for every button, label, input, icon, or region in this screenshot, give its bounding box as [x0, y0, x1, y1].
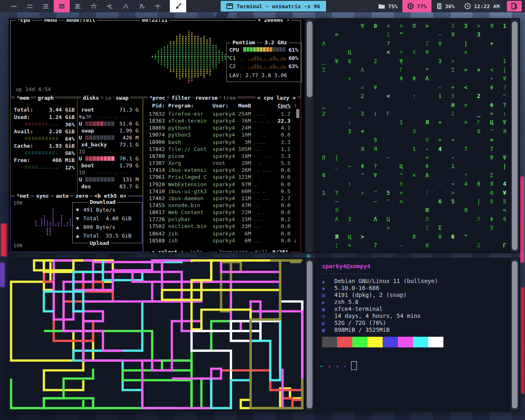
logout-button[interactable]	[507, 1, 522, 11]
process-row[interactable]: 17455nxnode.binsparky447M⠄⠤⠀⠀⠀⠀0.0	[144, 202, 301, 209]
process-row[interactable]: 18780picomsparky418M⠄⠄⠀⠄⠄⠤3.3	[144, 153, 301, 160]
workspace-item-四[interactable]	[54, 0, 70, 12]
process-row[interactable]: 17961Privileged Csparky4121M⠀⠀⠄⠀⠄⠀0.0	[144, 174, 301, 180]
process-row[interactable]: 18642zshsparky46M⠀⠄⠀⠀⠀⠀0.0	[144, 231, 301, 237]
process-pid: 17410	[147, 188, 165, 194]
net-upload-label[interactable]: Upload	[88, 240, 111, 246]
unimatrix-terminal-window[interactable]: Λ_Ξ_2Π61=¥|_7~ЯΛЯ¦Ц6×_:3~:3Ц+ΨΛ=23+ЯΦ"×>…	[315, 18, 520, 253]
terminal-cursor[interactable]	[351, 361, 357, 370]
disks-io-tab[interactable]: io	[103, 95, 113, 101]
workspace-item-二[interactable]	[22, 0, 38, 12]
disk-used-label: U	[79, 121, 82, 127]
bar-segment	[104, 156, 107, 161]
cpu-menu-button[interactable]: Menu	[43, 19, 59, 23]
proc-header-program[interactable]: Program:	[168, 103, 194, 109]
bpytop-scrollbar-thumb[interactable]	[307, 21, 313, 97]
process-row[interactable]: 17502nxclient.binsparky433M⠤⠤⠀⠀⠀⠀0.0	[144, 223, 301, 230]
cpu-mode-toggle[interactable]: mode:full	[65, 19, 97, 23]
process-row[interactable]: 18363xfce4-terminsparky476M⠤⠀⠄⠄⠤⠀22.3	[144, 118, 301, 124]
disk-name: root	[81, 107, 94, 113]
proc-reverse-tab[interactable]: reverse	[194, 95, 219, 101]
process-row[interactable]: 17414ibus-extensisparky426M⠀⠤⠀⠤⠤⠤0.6	[144, 167, 301, 173]
net-zero-tab[interactable]: zero	[74, 193, 90, 199]
mem-graph-tab[interactable]: graph	[36, 95, 55, 101]
proc-header-cpu[interactable]: Cpu%	[272, 103, 290, 109]
disk-used-label: U	[79, 176, 82, 183]
neofetch-scrollbar-thumb[interactable]	[512, 261, 518, 409]
workspace-item-一[interactable]	[6, 0, 22, 12]
process-row[interactable]: 17307Xorgroot29M⠄⠀⠤⠀⠀⠀5.5	[144, 160, 301, 167]
bar-segment	[107, 156, 111, 161]
bar-segment	[96, 121, 100, 126]
process-program: Privileged C	[168, 174, 207, 180]
workspace-item-五[interactable]	[70, 0, 86, 12]
tray-clock[interactable]: 12:22 AM	[459, 0, 504, 12]
workspace-item-三[interactable]	[38, 0, 54, 12]
process-row[interactable]: 19074python3sparky410M⠄⠀⠄⠤⠀⠀0.0	[144, 132, 301, 138]
matrix-glyph: ¥	[374, 84, 377, 91]
process-row[interactable]: 18588zshsparky46M⠄⠤⠄⠀⠄⠀0.0↓	[144, 237, 301, 244]
workspace-item-十[interactable]	[150, 0, 166, 12]
unimatrix-scrollbar[interactable]	[511, 19, 519, 252]
net-interface-selector[interactable]: <b eth5 n>	[93, 193, 128, 199]
process-row[interactable]: 17920WebExtensionsparky497M⠤⠄⠀⠀⠀⠀0.0	[144, 181, 301, 188]
net-sync-tab[interactable]: sync	[34, 193, 50, 199]
proc-header-pid[interactable]: Pid:	[147, 103, 165, 109]
process-row[interactable]: 17842file:// Contsparky4105M⠤⠤⠄⠀⠀⠀1.1	[144, 146, 301, 153]
proc-header-user[interactable]: User:	[212, 103, 228, 109]
wallpaper-neon-purple	[0, 262, 5, 287]
tray-memory[interactable]: 36%	[431, 0, 459, 12]
bpytop-scrollbar[interactable]	[306, 19, 314, 252]
taskbar-window-button[interactable]: Terminal - unimatrix -s 96	[221, 1, 326, 11]
net-auto-tab[interactable]: auto	[54, 193, 70, 199]
disks-title[interactable]: disks	[81, 95, 100, 101]
process-row[interactable]: 18869python3sparky424M⠄⠀⠀⠀⠀⠀4.1	[144, 125, 301, 131]
process-row[interactable]: 18900bashsparky43M⠄⠤⠤⠤⠀⠀3.3	[144, 139, 301, 146]
tray-disk[interactable]: 75%	[373, 0, 402, 12]
proc-select-control[interactable]: ↑ select ↓	[150, 249, 185, 252]
cpu-model-label[interactable]: Pentium	[231, 40, 257, 46]
pipes-scrollbar-thumb[interactable]	[307, 261, 313, 409]
process-row[interactable]: 17726polybarsparky415M⠄⠄⠤⠀⠀⠄0.2	[144, 216, 301, 223]
process-row[interactable]: 17632firefox-esrsparky4254M⠄⠄⠤⠤⠀⠀1.2	[144, 111, 301, 117]
paintbrush-launcher[interactable]	[170, 0, 186, 12]
neofetch-scrollbar[interactable]	[511, 259, 519, 411]
workspace-item-六[interactable]	[86, 0, 102, 12]
proc-sort-selector[interactable]: < cpu lazy >	[256, 95, 297, 101]
neofetch-terminal-window[interactable]: sparky4@xompy4--------------▲Debian GNU/…	[315, 258, 520, 412]
cpu-box-title[interactable]: ¹cpu	[16, 19, 32, 23]
bpytop-terminal-window[interactable]: ¹cpuMenumode:full00:22:11+ 2000ms -up 14…	[8, 18, 315, 253]
cpu-clock[interactable]: 00:22:11	[140, 19, 169, 23]
proc-kill-button[interactable]: Kill	[253, 249, 269, 252]
net-download-label[interactable]: Download	[88, 199, 117, 205]
proc-header-mem[interactable]: MemB	[233, 103, 251, 109]
mem-disks-divider	[77, 98, 78, 195]
process-row[interactable]: 18017Web Contentsparky472M⠀⠤⠀⠄⠀⠀0.0	[144, 209, 301, 216]
proc-terminate-button[interactable]: Terminate	[217, 249, 249, 252]
proc-box-title[interactable]: ⁴proc	[148, 95, 167, 101]
workspace-item-七[interactable]	[102, 0, 118, 12]
disks-swap-tab[interactable]: swap	[114, 95, 130, 101]
proc-tree-tab[interactable]: tree	[221, 95, 237, 101]
matrix-glyph: ~	[451, 180, 454, 187]
proc-info-button[interactable]: info ↵	[188, 249, 210, 252]
matrix-glyph: >	[425, 23, 429, 29]
process-row[interactable]: 17402ibus-daemonsparky411M⠀⠄⠀⠤⠤⠀2.7	[144, 195, 301, 202]
net-arrow: ▲	[76, 224, 79, 230]
pipes-terminal-window[interactable]	[8, 258, 315, 412]
mem-box-title[interactable]: ²mem	[15, 95, 31, 101]
proc-scroll-up-icon[interactable]: ↑	[294, 103, 297, 109]
proc-filter-tab[interactable]: filter	[170, 95, 192, 101]
cpu-interval-control[interactable]: + 2000ms -	[256, 19, 291, 23]
process-mem: 121M	[233, 174, 251, 180]
process-row[interactable]: 17410ibus-ui-gtk3sparky460M⠄⠤⠀⠤⠀⠀0.5	[144, 188, 301, 195]
unimatrix-scrollbar-thumb[interactable]	[512, 21, 518, 250]
workspace-item-九[interactable]	[134, 0, 150, 12]
tray-cpu[interactable]: 77%	[402, 0, 431, 12]
net-box-title[interactable]: ³net	[15, 193, 31, 199]
cpu-freq-label[interactable]: 3.2 GHz	[263, 40, 289, 46]
clock-value: 12:22 AM	[474, 3, 500, 9]
pipes-scrollbar[interactable]	[306, 259, 314, 411]
process-cpu-graph: ⠤⠄⠀⠀⠀⠀	[253, 182, 272, 188]
workspace-item-八[interactable]	[118, 0, 134, 12]
